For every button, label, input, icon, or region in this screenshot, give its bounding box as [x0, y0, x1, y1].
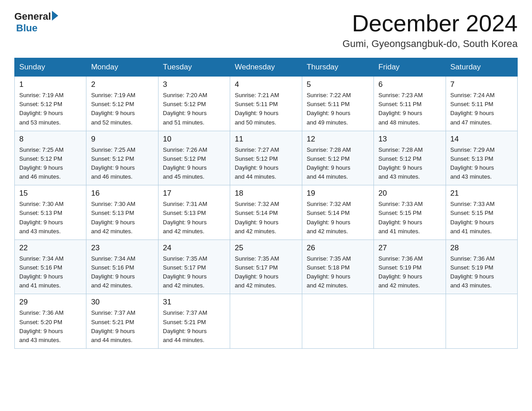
day-info: Sunrise: 7:19 AMSunset: 5:12 PMDaylight:… — [91, 92, 135, 125]
day-number: 25 — [235, 244, 297, 253]
day-number: 16 — [91, 189, 153, 198]
calendar-week-row: 15 Sunrise: 7:30 AMSunset: 5:13 PMDaylig… — [15, 185, 518, 240]
table-row: 28 Sunrise: 7:36 AMSunset: 5:19 PMDaylig… — [446, 240, 517, 294]
calendar-title: December 2024 — [343, 11, 518, 36]
day-info: Sunrise: 7:21 AMSunset: 5:11 PMDaylight:… — [235, 92, 279, 125]
day-number: 8 — [19, 135, 82, 144]
day-number: 28 — [450, 244, 513, 253]
table-row: 29 Sunrise: 7:36 AMSunset: 5:20 PMDaylig… — [15, 294, 86, 349]
table-row: 20 Sunrise: 7:33 AMSunset: 5:15 PMDaylig… — [374, 185, 446, 240]
col-thursday: Thursday — [302, 58, 373, 77]
day-number: 3 — [163, 80, 225, 89]
day-info: Sunrise: 7:33 AMSunset: 5:15 PMDaylight:… — [450, 201, 495, 234]
col-friday: Friday — [374, 58, 446, 77]
table-row: 14 Sunrise: 7:29 AMSunset: 5:13 PMDaylig… — [446, 131, 517, 185]
table-row: 9 Sunrise: 7:25 AMSunset: 5:12 PMDayligh… — [86, 131, 158, 185]
col-monday: Monday — [86, 58, 158, 77]
day-number: 1 — [19, 80, 82, 89]
day-number: 4 — [235, 80, 297, 89]
logo-text-general: General — [14, 11, 51, 22]
day-info: Sunrise: 7:34 AMSunset: 5:16 PMDaylight:… — [91, 255, 135, 289]
calendar-week-row: 8 Sunrise: 7:25 AMSunset: 5:12 PMDayligh… — [15, 131, 518, 185]
day-info: Sunrise: 7:25 AMSunset: 5:12 PMDaylight:… — [19, 146, 64, 180]
day-number: 30 — [91, 298, 153, 307]
table-row: 13 Sunrise: 7:28 AMSunset: 5:12 PMDaylig… — [374, 131, 446, 185]
day-number: 12 — [307, 135, 369, 144]
day-info: Sunrise: 7:37 AMSunset: 5:21 PMDaylight:… — [163, 309, 207, 343]
table-row: 15 Sunrise: 7:30 AMSunset: 5:13 PMDaylig… — [15, 185, 86, 240]
day-info: Sunrise: 7:22 AMSunset: 5:11 PMDaylight:… — [307, 92, 351, 125]
day-info: Sunrise: 7:28 AMSunset: 5:12 PMDaylight:… — [378, 146, 423, 180]
day-number: 7 — [450, 80, 513, 89]
day-number: 11 — [235, 135, 297, 144]
day-number: 17 — [163, 189, 225, 198]
day-info: Sunrise: 7:33 AMSunset: 5:15 PMDaylight:… — [378, 201, 423, 234]
day-info: Sunrise: 7:36 AMSunset: 5:19 PMDaylight:… — [378, 255, 423, 289]
day-number: 24 — [163, 244, 225, 253]
day-info: Sunrise: 7:35 AMSunset: 5:18 PMDaylight:… — [307, 255, 351, 289]
col-tuesday: Tuesday — [158, 58, 230, 77]
day-info: Sunrise: 7:23 AMSunset: 5:11 PMDaylight:… — [378, 92, 423, 125]
table-row: 3 Sunrise: 7:20 AMSunset: 5:12 PMDayligh… — [158, 77, 230, 131]
page-header: General Blue December 2024 Gumi, Gyeongs… — [14, 11, 518, 50]
calendar-subtitle: Gumi, Gyeongsangbuk-do, South Korea — [343, 38, 518, 50]
day-info: Sunrise: 7:35 AMSunset: 5:17 PMDaylight:… — [235, 255, 279, 289]
day-number: 10 — [163, 135, 225, 144]
logo-arrow-icon — [52, 11, 58, 21]
day-number: 27 — [378, 244, 441, 253]
day-info: Sunrise: 7:24 AMSunset: 5:11 PMDaylight:… — [450, 92, 495, 125]
table-row: 17 Sunrise: 7:31 AMSunset: 5:13 PMDaylig… — [158, 185, 230, 240]
day-info: Sunrise: 7:32 AMSunset: 5:14 PMDaylight:… — [307, 201, 351, 234]
day-number: 22 — [19, 244, 82, 253]
day-info: Sunrise: 7:32 AMSunset: 5:14 PMDaylight:… — [235, 201, 279, 234]
table-row: 24 Sunrise: 7:35 AMSunset: 5:17 PMDaylig… — [158, 240, 230, 294]
day-number: 5 — [307, 80, 369, 89]
table-row: 7 Sunrise: 7:24 AMSunset: 5:11 PMDayligh… — [446, 77, 517, 131]
table-row — [302, 294, 373, 349]
table-row: 31 Sunrise: 7:37 AMSunset: 5:21 PMDaylig… — [158, 294, 230, 349]
table-row: 30 Sunrise: 7:37 AMSunset: 5:21 PMDaylig… — [86, 294, 158, 349]
calendar-week-row: 22 Sunrise: 7:34 AMSunset: 5:16 PMDaylig… — [15, 240, 518, 294]
day-number: 9 — [91, 135, 153, 144]
day-info: Sunrise: 7:27 AMSunset: 5:12 PMDaylight:… — [235, 146, 279, 180]
day-number: 21 — [450, 189, 513, 198]
table-row: 12 Sunrise: 7:28 AMSunset: 5:12 PMDaylig… — [302, 131, 373, 185]
table-row — [446, 294, 517, 349]
day-number: 18 — [235, 189, 297, 198]
table-row — [374, 294, 446, 349]
col-saturday: Saturday — [446, 58, 517, 77]
day-info: Sunrise: 7:31 AMSunset: 5:13 PMDaylight:… — [163, 201, 207, 234]
day-number: 19 — [307, 189, 369, 198]
logo-text-blue: Blue — [16, 22, 38, 34]
day-number: 23 — [91, 244, 153, 253]
table-row: 19 Sunrise: 7:32 AMSunset: 5:14 PMDaylig… — [302, 185, 373, 240]
table-row: 26 Sunrise: 7:35 AMSunset: 5:18 PMDaylig… — [302, 240, 373, 294]
calendar-week-row: 1 Sunrise: 7:19 AMSunset: 5:12 PMDayligh… — [15, 77, 518, 131]
title-block: December 2024 Gumi, Gyeongsangbuk-do, So… — [343, 11, 518, 50]
day-number: 26 — [307, 244, 369, 253]
col-sunday: Sunday — [15, 58, 86, 77]
day-info: Sunrise: 7:26 AMSunset: 5:12 PMDaylight:… — [163, 146, 207, 180]
day-info: Sunrise: 7:36 AMSunset: 5:20 PMDaylight:… — [19, 309, 64, 343]
table-row: 5 Sunrise: 7:22 AMSunset: 5:11 PMDayligh… — [302, 77, 373, 131]
day-number: 13 — [378, 135, 441, 144]
day-info: Sunrise: 7:30 AMSunset: 5:13 PMDaylight:… — [91, 201, 135, 234]
day-info: Sunrise: 7:20 AMSunset: 5:12 PMDaylight:… — [163, 92, 207, 125]
table-row: 6 Sunrise: 7:23 AMSunset: 5:11 PMDayligh… — [374, 77, 446, 131]
table-row: 22 Sunrise: 7:34 AMSunset: 5:16 PMDaylig… — [15, 240, 86, 294]
table-row: 27 Sunrise: 7:36 AMSunset: 5:19 PMDaylig… — [374, 240, 446, 294]
day-info: Sunrise: 7:25 AMSunset: 5:12 PMDaylight:… — [91, 146, 135, 180]
day-info: Sunrise: 7:35 AMSunset: 5:17 PMDaylight:… — [163, 255, 207, 289]
day-number: 29 — [19, 298, 82, 307]
day-number: 20 — [378, 189, 441, 198]
calendar-header-row: Sunday Monday Tuesday Wednesday Thursday… — [15, 58, 518, 77]
col-wednesday: Wednesday — [230, 58, 302, 77]
table-row: 16 Sunrise: 7:30 AMSunset: 5:13 PMDaylig… — [86, 185, 158, 240]
table-row: 2 Sunrise: 7:19 AMSunset: 5:12 PMDayligh… — [86, 77, 158, 131]
calendar-table: Sunday Monday Tuesday Wednesday Thursday… — [14, 58, 518, 349]
day-info: Sunrise: 7:30 AMSunset: 5:13 PMDaylight:… — [19, 201, 64, 234]
calendar-week-row: 29 Sunrise: 7:36 AMSunset: 5:20 PMDaylig… — [15, 294, 518, 349]
day-number: 6 — [378, 80, 441, 89]
table-row: 8 Sunrise: 7:25 AMSunset: 5:12 PMDayligh… — [15, 131, 86, 185]
table-row: 4 Sunrise: 7:21 AMSunset: 5:11 PMDayligh… — [230, 77, 302, 131]
